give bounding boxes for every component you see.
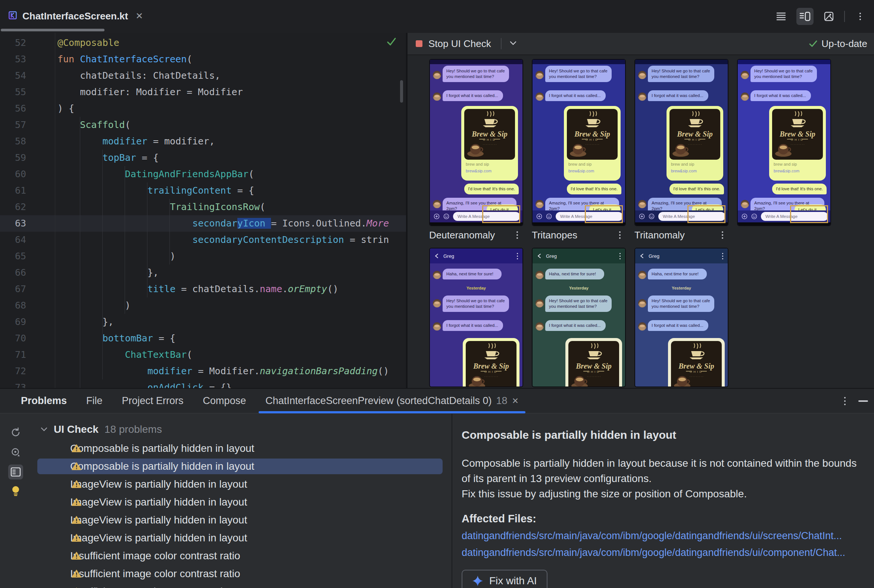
code-editor[interactable]: 52@Composable53fun ChatInterfaceScreen(5… [0, 33, 406, 388]
more-vertical-icon[interactable] [619, 253, 620, 259]
problems-tool-window: ProblemsFileProject ErrorsComposeChatInt… [0, 388, 874, 588]
split-view-icon[interactable] [796, 8, 814, 25]
affected-file-link[interactable]: datingandfriends/src/main/java/com/ibm/g… [462, 530, 866, 542]
code-line-68: 68) [0, 297, 406, 314]
stop-ui-check-button[interactable]: Stop UI Check [416, 38, 491, 50]
preview-phone-tritanopes[interactable]: Greg Haha, next time for sure! Yesterday… [532, 248, 626, 387]
line-number: 67 [0, 281, 26, 297]
image-link[interactable]: brew&sip.com [773, 169, 799, 173]
code-view-icon[interactable] [772, 8, 790, 25]
fix-with-ai-button[interactable]: Fix with AI [462, 570, 547, 588]
more-vertical-icon[interactable] [517, 231, 518, 239]
date-divider: Yesterday [430, 286, 523, 290]
code-token: secondaryContentDescription [192, 234, 344, 245]
more-vertical-icon[interactable] [851, 8, 869, 25]
code-token: yIcon [237, 218, 265, 229]
line-number: 54 [0, 68, 26, 84]
problems-tab-bar: ProblemsFileProject ErrorsComposeChatInt… [0, 389, 874, 413]
lightbulb-icon[interactable] [8, 484, 23, 499]
preview-phone-row1-4[interactable]: Hey! Should we go to that cafe you menti… [737, 59, 831, 226]
preview-phone-row1-1[interactable]: Hey! Should we go to that cafe you menti… [429, 59, 523, 226]
tab-close-icon[interactable]: ✕ [135, 11, 143, 21]
add-icon[interactable] [742, 213, 748, 219]
stop-icon [416, 40, 422, 47]
preview-phone-row1-3[interactable]: Hey! Should we go to that cafe you menti… [634, 59, 728, 226]
image-link[interactable]: brew&sip.com [671, 169, 697, 173]
preview-phone-tritanomaly[interactable]: Greg Haha, next time for sure! Yesterday… [634, 248, 728, 387]
tab-chatinterfacescreenpreview-sortedchatdetails-0[interactable]: ChatInterfaceScreenPreview (sortedChatDe… [257, 389, 527, 413]
svg-text:Brew & Sip: Brew & Sip [574, 130, 610, 138]
line-number: 59 [0, 150, 26, 166]
tab-label: Problems [21, 395, 67, 406]
problem-text: ImageView is partially hidden in layout [70, 496, 247, 508]
preview-phone-row1-2[interactable]: Hey! Should we go to that cafe you menti… [532, 59, 626, 226]
emoji-icon[interactable] [649, 213, 655, 219]
code-token: ( [249, 169, 254, 180]
preview-phone-deuteranomaly[interactable]: Greg Haha, next time for sure! Yesterday… [429, 248, 523, 387]
back-icon[interactable] [537, 254, 542, 258]
chevron-down-icon[interactable] [509, 40, 517, 47]
code-token: ) { [57, 103, 74, 114]
emoji-icon[interactable] [751, 213, 757, 219]
panel-divider[interactable] [452, 414, 452, 588]
build-status-label: Up-to-date [821, 38, 867, 50]
tab-file[interactable]: File [78, 389, 111, 413]
phone-top-strip [430, 60, 523, 64]
ui-issue-highlight [585, 205, 623, 223]
image-link[interactable]: brew&sip.com [568, 169, 594, 173]
emoji-icon[interactable] [546, 213, 552, 219]
code-line-58: 58modifier = modifier, [0, 133, 406, 150]
warning-icon [72, 498, 81, 507]
more-vertical-icon[interactable] [722, 231, 723, 239]
editor-tab[interactable]: ChatInterfaceScreen.kt ✕ [3, 0, 148, 32]
problem-row[interactable]: ImageView is partially hidden in layout [37, 512, 443, 528]
code-token: }, [147, 267, 159, 278]
refresh-icon[interactable] [8, 425, 23, 440]
warning-icon [72, 444, 81, 453]
more-vertical-icon[interactable] [844, 397, 845, 405]
minimize-icon[interactable] [858, 400, 868, 402]
add-icon[interactable] [536, 213, 542, 219]
more-vertical-icon[interactable] [517, 253, 518, 259]
problem-row[interactable]: Insufficient image color contrast ratio [37, 566, 443, 582]
code-token: title [147, 284, 176, 294]
emoji-icon[interactable] [443, 213, 449, 219]
tab-project-errors[interactable]: Project Errors [114, 389, 192, 413]
back-icon[interactable] [434, 254, 439, 258]
more-vertical-icon[interactable] [619, 231, 620, 239]
svg-text:· · · · · · · · ·: · · · · · · · · · [484, 375, 498, 378]
code-token: modifier [102, 136, 147, 147]
image-link[interactable]: brew&sip.com [466, 169, 491, 173]
editor-tab-title: ChatInterfaceScreen.kt [23, 10, 128, 22]
affected-file-link[interactable]: datingandfriends/src/main/java/com/ibm/g… [462, 547, 866, 558]
problem-row[interactable]: Composable is partially hidden in layout [37, 459, 443, 474]
code-line-60: 60DatingAndFriendsAppBar( [0, 166, 406, 183]
tab-close-icon[interactable]: ✕ [512, 396, 519, 406]
chat-image-bubble: Brew & Sip OHID · · · · · · · · · brew a… [668, 338, 725, 387]
details-view-icon[interactable] [8, 465, 23, 479]
tab-compose[interactable]: Compose [195, 389, 255, 413]
problem-row[interactable]: ImageView is partially hidden in layout [37, 494, 443, 510]
code-line-69: 69}, [0, 314, 406, 330]
more-vertical-icon[interactable] [722, 253, 723, 259]
code-token [265, 218, 271, 229]
preview-status-icon[interactable] [8, 445, 23, 460]
problem-row[interactable]: ImageView is partially hidden in layout [37, 530, 443, 546]
problem-row[interactable]: ImageView is partially hidden in layout [37, 477, 443, 492]
code-token: = Icons.Outlined. [271, 218, 366, 229]
code-token: = {} [203, 382, 231, 388]
problem-row[interactable]: Insufficient text color contrast ratio [37, 584, 443, 588]
add-icon[interactable] [639, 213, 645, 219]
chat-image-bubble: Brew & Sip OHID · · · · · · · · · brew a… [461, 106, 518, 181]
design-view-icon[interactable] [820, 8, 838, 25]
chat-image: Brew & Sip OHID · · · · · · · · · [772, 109, 823, 161]
problem-row[interactable]: Composable is partially hidden in layout [37, 441, 443, 456]
tab-problems[interactable]: Problems [13, 389, 75, 413]
ui-check-group-row[interactable]: UI Check 18 problems [40, 423, 162, 435]
problem-row[interactable]: Insufficient image color contrast ratio [37, 548, 443, 564]
chat-message: I forgot what it was called... [648, 90, 708, 101]
add-icon[interactable] [434, 213, 440, 219]
line-number: 62 [0, 199, 26, 215]
back-icon[interactable] [640, 254, 644, 258]
avatar [741, 200, 749, 208]
